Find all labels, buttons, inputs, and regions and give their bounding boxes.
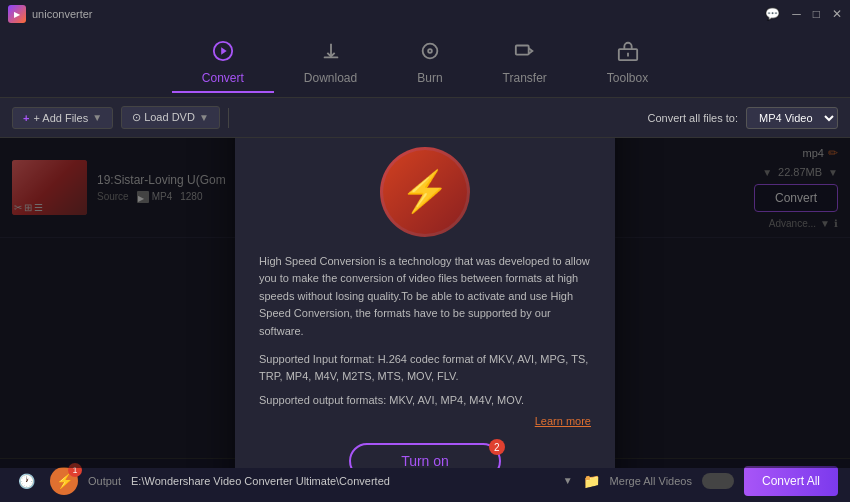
- overlay: High Speed Conversion ✕ ⚡ High Speed Con…: [0, 138, 850, 468]
- svg-point-4: [428, 49, 432, 53]
- turn-on-button[interactable]: Turn on 2: [349, 443, 501, 468]
- add-files-button[interactable]: + + Add Files ▼: [12, 107, 113, 129]
- svg-point-3: [423, 44, 438, 59]
- dialog-footer: Turn on 2: [259, 443, 591, 468]
- nav-toolbox[interactable]: Toolbox: [577, 32, 678, 93]
- svg-marker-1: [221, 47, 227, 54]
- learn-more-link[interactable]: Learn more: [259, 415, 591, 427]
- output-path: E:\Wondershare Video Converter Ultimate\…: [131, 475, 553, 487]
- load-dvd-button[interactable]: ⊙ Load DVD ▼: [121, 106, 220, 129]
- lightning-circle: ⚡: [380, 147, 470, 237]
- add-files-arrow: ▼: [92, 112, 102, 123]
- app-logo: [8, 5, 26, 23]
- convert-all-button[interactable]: Convert All: [744, 466, 838, 496]
- format-select[interactable]: MP4 Video: [746, 107, 838, 129]
- convert-all-label: Convert all files to:: [648, 112, 738, 124]
- nav-burn-label: Burn: [417, 71, 442, 85]
- merge-toggle[interactable]: [702, 473, 734, 489]
- dialog-output-formats: Supported output formats: MKV, AVI, MP4,…: [259, 392, 591, 410]
- high-speed-dialog: High Speed Conversion ✕ ⚡ High Speed Con…: [235, 138, 615, 468]
- clock-button[interactable]: 🕐: [12, 467, 40, 495]
- load-dvd-label: ⊙ Load DVD: [132, 111, 195, 124]
- toolbox-icon: [617, 40, 639, 67]
- nav-transfer[interactable]: Transfer: [473, 32, 577, 93]
- title-bar: uniconverter 💬 ─ □ ✕: [0, 0, 850, 28]
- close-button[interactable]: ✕: [832, 7, 842, 21]
- title-bar-left: uniconverter: [8, 5, 93, 23]
- flash-button[interactable]: ⚡ 1: [50, 467, 78, 495]
- nav-convert[interactable]: Convert: [172, 32, 274, 93]
- nav-toolbox-label: Toolbox: [607, 71, 648, 85]
- nav-download[interactable]: Download: [274, 32, 387, 93]
- convert-icon: [212, 40, 234, 67]
- maximize-button[interactable]: □: [813, 7, 820, 21]
- minimize-button[interactable]: ─: [792, 7, 801, 21]
- toolbar-divider: [228, 108, 229, 128]
- app-name: uniconverter: [32, 8, 93, 20]
- toolbar: + + Add Files ▼ ⊙ Load DVD ▼ Convert all…: [0, 98, 850, 138]
- burn-icon: [419, 40, 441, 67]
- svg-rect-2: [323, 57, 338, 59]
- download-icon: [320, 40, 342, 67]
- add-files-label: + Add Files: [33, 112, 88, 124]
- dialog-input-formats: Supported Input format: H.264 codec form…: [259, 351, 591, 386]
- turn-on-badge: 2: [489, 439, 505, 455]
- output-path-arrow[interactable]: ▼: [563, 475, 573, 486]
- output-label: Output: [88, 475, 121, 487]
- svg-rect-5: [516, 46, 529, 55]
- nav-transfer-label: Transfer: [503, 71, 547, 85]
- dialog-body: ⚡ High Speed Conversion is a technology …: [235, 138, 615, 468]
- nav-download-label: Download: [304, 71, 357, 85]
- dialog-body-text: High Speed Conversion is a technology th…: [259, 253, 591, 341]
- chat-icon[interactable]: 💬: [765, 7, 780, 21]
- lightning-bolt-icon: ⚡: [400, 168, 450, 215]
- nav-bar: Convert Download Burn Transfer: [0, 28, 850, 98]
- title-bar-controls: 💬 ─ □ ✕: [765, 7, 842, 21]
- nav-convert-label: Convert: [202, 71, 244, 85]
- transfer-icon: [514, 40, 536, 67]
- plus-icon: +: [23, 112, 29, 124]
- folder-icon[interactable]: 📁: [583, 473, 600, 489]
- toolbar-right: Convert all files to: MP4 Video: [648, 107, 838, 129]
- load-dvd-arrow: ▼: [199, 112, 209, 123]
- nav-burn[interactable]: Burn: [387, 32, 472, 93]
- lightning-icon-container: ⚡: [259, 147, 591, 237]
- merge-label: Merge All Videos: [610, 475, 692, 487]
- main-content: ✂ ⊞ ☰ 19:Sistar-Loving U(Gom Source ▶ MP…: [0, 138, 850, 468]
